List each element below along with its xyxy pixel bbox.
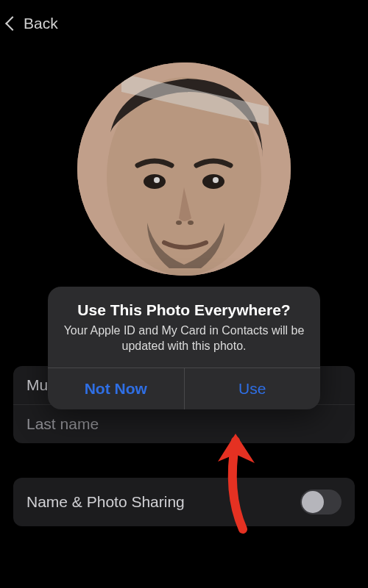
svg-point-4 (154, 177, 160, 183)
sharing-toggle[interactable] (300, 490, 342, 514)
svg-point-6 (176, 220, 182, 225)
chevron-left-icon (5, 16, 20, 31)
use-button[interactable]: Use (185, 368, 321, 409)
dialog-buttons: Not Now Use (48, 368, 320, 409)
dialog-body: Use This Photo Everywhere? Your Apple ID… (48, 287, 320, 368)
dialog-title: Use This Photo Everywhere? (61, 301, 307, 319)
face-photo-icon (77, 62, 291, 276)
svg-point-7 (188, 220, 194, 225)
toggle-knob (302, 491, 324, 513)
back-label: Back (24, 15, 58, 32)
sharing-label: Name & Photo Sharing (26, 493, 185, 511)
last-name-field[interactable]: Last name (13, 405, 355, 443)
confirm-dialog: Use This Photo Everywhere? Your Apple ID… (48, 287, 320, 409)
svg-point-5 (213, 177, 219, 183)
not-now-button[interactable]: Not Now (48, 368, 185, 409)
dialog-message: Your Apple ID and My Card in Contacts wi… (61, 323, 307, 354)
name-photo-sharing-row: Name & Photo Sharing (13, 478, 355, 526)
profile-photo[interactable] (77, 62, 291, 276)
back-button[interactable]: Back (7, 15, 58, 32)
